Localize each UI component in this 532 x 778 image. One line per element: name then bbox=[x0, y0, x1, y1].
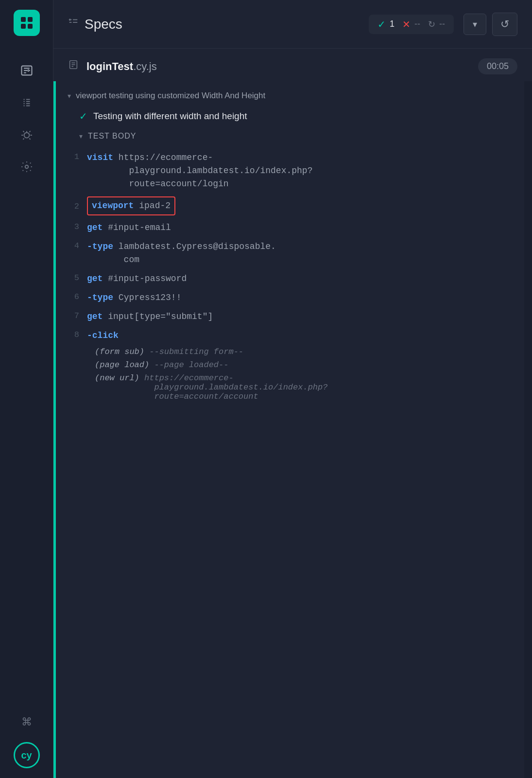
line-content-8: -click bbox=[87, 329, 119, 342]
running-status: ↻ -- bbox=[428, 19, 445, 30]
sidebar-item-tests[interactable] bbox=[14, 89, 40, 116]
check-icon: ✓ bbox=[378, 18, 386, 30]
main-panel: Specs ✓ 1 ✕ -- ↻ -- ▾ ↺ bbox=[53, 0, 532, 778]
comment-form-sub: (form sub) --submitting form-- bbox=[68, 345, 513, 358]
dropdown-button[interactable]: ▾ bbox=[463, 14, 486, 35]
file-icon bbox=[68, 59, 79, 73]
refresh-button[interactable]: ↺ bbox=[492, 13, 517, 36]
page-title: Specs bbox=[85, 17, 122, 32]
code-line-8: 8 -click bbox=[68, 326, 513, 345]
sidebar-item-debug[interactable] bbox=[14, 122, 40, 148]
comment-page-text: (page load) --page loaded-- bbox=[95, 360, 228, 370]
pass-check-icon: ✓ bbox=[79, 110, 87, 122]
line-content-2: viewport ipad-2 bbox=[87, 196, 175, 215]
fail-count: -- bbox=[414, 19, 420, 29]
header-title-group: Specs bbox=[68, 17, 359, 32]
content-area: ▾ viewport testing using customized Widt… bbox=[53, 81, 532, 778]
file-name: loginTest.cy.js bbox=[86, 60, 157, 73]
line-num-3: 3 bbox=[68, 221, 87, 231]
cy-badge[interactable]: cy bbox=[14, 742, 40, 768]
status-bar: ✓ 1 ✕ -- ↻ -- bbox=[369, 15, 454, 34]
code-line-2: 2 viewport ipad-2 bbox=[68, 194, 513, 218]
specs-nav-icon bbox=[68, 17, 79, 31]
svg-point-13 bbox=[25, 165, 28, 169]
highlighted-viewport: viewport ipad-2 bbox=[87, 196, 175, 215]
code-line-4: 4 -type lambdatest.Cypress@disposable. c… bbox=[68, 237, 513, 269]
header: Specs ✓ 1 ✕ -- ↻ -- ▾ ↺ bbox=[53, 0, 532, 49]
code-line-3: 3 get #input-email bbox=[68, 218, 513, 237]
code-line-7: 7 get input[type="submit"] bbox=[68, 307, 513, 326]
test-body-header: ▾ TEST BODY bbox=[56, 127, 524, 145]
comment-new-url: (new url) https://ecommerce- playground.… bbox=[68, 371, 513, 403]
sidebar-item-settings[interactable] bbox=[14, 154, 40, 180]
app-logo[interactable] bbox=[14, 10, 40, 36]
pass-count: 1 bbox=[390, 19, 395, 29]
shortcut-icon[interactable]: ⌘ bbox=[14, 709, 40, 735]
body-collapse-icon[interactable]: ▾ bbox=[79, 132, 83, 140]
test-title: Testing with different width and height bbox=[93, 111, 247, 122]
line-content-7: get input[type="submit"] bbox=[87, 310, 213, 323]
line-num-8: 8 bbox=[68, 329, 87, 339]
comment-url-text: (new url) https://ecommerce- playground.… bbox=[95, 373, 327, 401]
line-num-5: 5 bbox=[68, 272, 87, 283]
sidebar: ⌘ cy bbox=[0, 0, 53, 778]
test-pass-row: ✓ Testing with different width and heigh… bbox=[56, 106, 524, 127]
line-content-4: -type lambdatest.Cypress@disposable. com bbox=[87, 240, 276, 266]
line-num-2: 2 bbox=[68, 201, 87, 211]
test-panel: ▾ viewport testing using customized Widt… bbox=[56, 81, 524, 778]
x-icon: ✕ bbox=[402, 18, 411, 30]
svg-point-12 bbox=[24, 133, 29, 138]
code-line-6: 6 -type Cypress123!! bbox=[68, 288, 513, 307]
refresh-icon: ↺ bbox=[500, 18, 509, 30]
line-content-1: visit https://ecommerce- playground.lamb… bbox=[87, 151, 312, 191]
collapse-icon[interactable]: ▾ bbox=[68, 92, 71, 100]
comment-page-load: (page load) --page loaded-- bbox=[68, 358, 513, 371]
test-body-label: TEST BODY bbox=[88, 132, 136, 141]
suite-title: viewport testing using customized Width … bbox=[76, 91, 265, 101]
suite-header: ▾ viewport testing using customized Widt… bbox=[56, 86, 524, 106]
spin-icon: ↻ bbox=[428, 19, 435, 30]
running-count: -- bbox=[439, 19, 445, 29]
sidebar-item-code[interactable] bbox=[14, 57, 40, 84]
code-line-1: 1 visit https://ecommerce- playground.la… bbox=[68, 148, 513, 194]
pass-status: ✓ 1 bbox=[378, 18, 395, 30]
comment-form-text: (form sub) --submitting form-- bbox=[95, 347, 243, 356]
file-duration: 00:05 bbox=[478, 58, 517, 74]
scrollbar[interactable] bbox=[524, 81, 532, 778]
file-bar: loginTest.cy.js 00:05 bbox=[53, 49, 532, 81]
line-num-6: 6 bbox=[68, 291, 87, 301]
line-content-5: get #input-password bbox=[87, 272, 187, 285]
line-content-6: -type Cypress123!! bbox=[87, 291, 181, 304]
line-num-1: 1 bbox=[68, 151, 87, 161]
line-num-7: 7 bbox=[68, 310, 87, 320]
chevron-down-icon: ▾ bbox=[473, 19, 477, 30]
code-block: 1 visit https://ecommerce- playground.la… bbox=[56, 145, 524, 406]
code-line-5: 5 get #input-password bbox=[68, 269, 513, 288]
line-num-4: 4 bbox=[68, 240, 87, 250]
sidebar-bottom: ⌘ cy bbox=[14, 707, 40, 778]
line-content-3: get #input-email bbox=[87, 221, 171, 234]
header-controls: ▾ ↺ bbox=[463, 13, 517, 36]
fail-status: ✕ -- bbox=[402, 18, 420, 30]
